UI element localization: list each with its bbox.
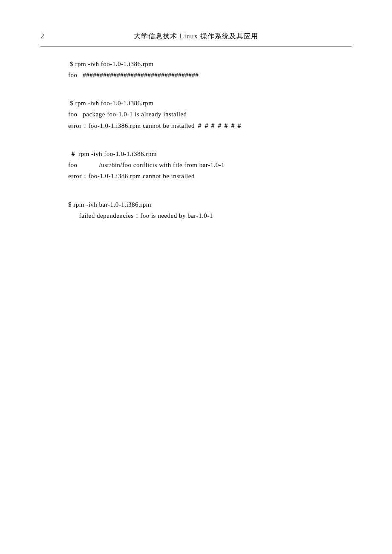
code-line: ＃ rpm -ivh foo-1.0-1.i386.rpm	[68, 148, 352, 159]
code-line: $ rpm -ivh foo-1.0-1.i386.rpm	[68, 98, 352, 109]
code-line: error：foo-1.0-1.i386.rpm cannot be insta…	[68, 120, 352, 131]
page-header: 2 大学信息技术 Linux 操作系统及其应用	[40, 32, 352, 44]
code-line: $ rpm -ivh foo-1.0-1.i386.rpm	[68, 58, 352, 69]
code-line: failed dependencies：foo is needed by bar…	[68, 210, 352, 221]
header-rule-top	[40, 45, 352, 45]
code-line: foo package foo-1.0-1 is already install…	[68, 109, 352, 120]
code-line: $ rpm -ivh bar-1.0-1.i386.rpm	[68, 199, 352, 210]
code-block: $ rpm -ivh bar-1.0-1.i386.rpm failed dep…	[68, 199, 352, 222]
code-line: error：foo-1.0-1.i386.rpm cannot be insta…	[68, 170, 352, 182]
page-title: 大学信息技术 Linux 操作系统及其应用	[40, 32, 352, 41]
page-number: 2	[40, 32, 44, 40]
code-block: $ rpm -ivh foo-1.0-1.i386.rpm foo ######…	[68, 58, 352, 81]
code-block: $ rpm -ivh foo-1.0-1.i386.rpm foo packag…	[68, 98, 352, 131]
code-line: foo /usr/bin/foo conflicts with file fro…	[68, 159, 352, 170]
page-content: $ rpm -ivh foo-1.0-1.i386.rpm foo ######…	[40, 46, 352, 222]
code-block: ＃ rpm -ivh foo-1.0-1.i386.rpm foo /usr/b…	[68, 148, 352, 182]
page-container: 2 大学信息技术 Linux 操作系统及其应用 $ rpm -ivh foo-1…	[0, 0, 392, 221]
code-line: foo ##################################	[68, 69, 352, 81]
